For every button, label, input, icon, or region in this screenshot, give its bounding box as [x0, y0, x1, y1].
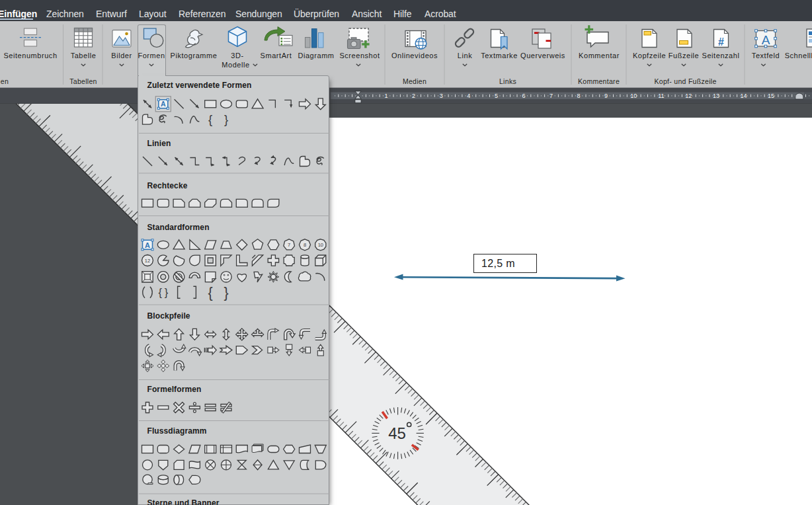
svg-text:{: {	[158, 286, 162, 298]
svg-text:{: {	[208, 285, 213, 301]
svg-text:6: 6	[522, 93, 525, 99]
svg-text:1: 1	[385, 93, 388, 99]
svg-text:}: }	[223, 285, 228, 301]
svg-text:10: 10	[630, 93, 637, 99]
svg-text:8: 8	[577, 93, 581, 99]
svg-text:{: {	[208, 112, 212, 126]
svg-text:5: 5	[495, 93, 498, 99]
svg-text:8: 8	[304, 242, 306, 248]
svg-text:#: #	[718, 36, 724, 48]
svg-text:7: 7	[288, 242, 290, 248]
svg-text:11: 11	[658, 93, 664, 99]
svg-text:}: }	[224, 112, 228, 126]
svg-text:15: 15	[768, 93, 774, 99]
svg-text:}: }	[165, 286, 169, 298]
svg-text:13: 13	[713, 93, 719, 99]
svg-text:9: 9	[604, 93, 608, 99]
svg-text:45: 45	[388, 424, 406, 442]
svg-text:A: A	[161, 100, 166, 108]
svg-text:2: 2	[412, 93, 415, 99]
svg-text:14: 14	[740, 93, 747, 99]
svg-text:12: 12	[685, 93, 692, 99]
svg-text:A: A	[145, 241, 150, 249]
svg-text:4: 4	[467, 93, 470, 99]
svg-text:12: 12	[145, 258, 150, 264]
svg-text:A: A	[762, 33, 770, 47]
svg-text:10: 10	[318, 242, 323, 248]
svg-text:3: 3	[440, 93, 443, 99]
svg-text:7: 7	[549, 93, 553, 99]
